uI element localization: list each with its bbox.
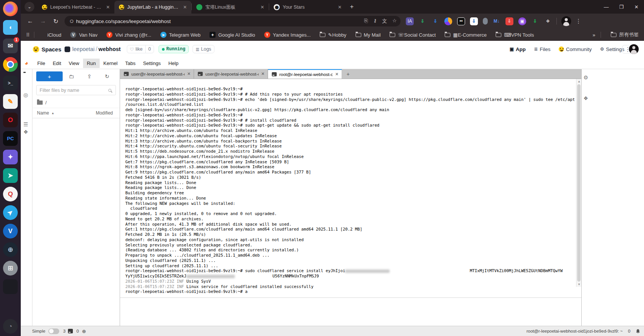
filter-files-box[interactable] — [36, 85, 116, 95]
menu-tabs[interactable]: Tabs — [121, 59, 139, 68]
bookmark-yandex-images[interactable]: YYandex Images... — [264, 32, 311, 38]
tab-close-icon[interactable]: ✕ — [337, 5, 342, 10]
bookmark-icloud[interactable]: iCloud — [39, 32, 62, 38]
back-icon[interactable]: ← — [24, 18, 37, 25]
bookmark-folder-social-contact[interactable]: ☏Social Contact — [390, 32, 436, 38]
menu-settings[interactable]: Settings — [139, 59, 165, 68]
like-button[interactable]: ♡ like — [127, 45, 146, 53]
tab-hertzbeat[interactable]: Leepoet's Hertzbeat - a H✕ — [37, 1, 114, 14]
terminal-tab-close-icon[interactable]: ✕ — [187, 71, 191, 76]
dock-mail[interactable]: ✉1 — [3, 39, 18, 53]
menu-file[interactable]: File — [34, 59, 49, 68]
simple-mode-toggle[interactable] — [48, 328, 59, 334]
tab-search-button[interactable]: ⌄ — [25, 2, 34, 12]
filter-files-input[interactable] — [40, 88, 108, 93]
dock-firefox[interactable] — [3, 2, 18, 16]
hf-user-avatar[interactable] — [629, 44, 639, 54]
property-inspector-tab-icon[interactable]: ⚙ — [583, 74, 588, 81]
bookmark-folder-hobby[interactable]: ✎Hobby — [320, 32, 346, 38]
tab-close-icon[interactable]: ✕ — [105, 5, 111, 10]
status-badge[interactable]: Running — [159, 45, 189, 53]
column-name[interactable]: Name — [37, 110, 49, 116]
menu-kernel[interactable]: Kernel — [100, 59, 122, 68]
site-info-icon[interactable]: ⛭ — [70, 19, 73, 24]
tab-jupyterlab[interactable]: JupyterLab - a Hugging F✕ — [114, 1, 191, 14]
dock-purple-app[interactable]: ✦ — [3, 150, 18, 164]
all-bookmarks-folder[interactable]: 所有书签 — [611, 31, 639, 38]
extension-manager-tab-icon[interactable]: ❖ — [23, 129, 28, 135]
browser-menu-icon[interactable]: ⋮ — [576, 18, 581, 25]
menu-run[interactable]: Run — [83, 59, 100, 68]
ext-blue-arrow[interactable]: ⇩ — [431, 17, 439, 25]
bookmark-telegram-web[interactable]: ➤Telegram Web — [160, 32, 201, 38]
profile-avatar[interactable] — [561, 16, 571, 26]
ext-markdown-download[interactable]: M↓ — [493, 17, 501, 25]
ext-red-downloader[interactable]: ⇩ — [505, 17, 513, 25]
dock-opera[interactable]: O — [3, 113, 18, 127]
add-terminal-tab-button[interactable]: + — [342, 69, 354, 79]
hf-nav-files[interactable]: ≣Files — [534, 46, 551, 52]
dock-v2ray[interactable]: V — [3, 224, 18, 238]
url-text[interactable]: huggingface.co/spaces/leepoetai/webhost — [76, 19, 359, 24]
close-button[interactable]: ✕ — [629, 4, 644, 10]
ext-color-wheel[interactable] — [444, 17, 452, 25]
scrollbar-thumb[interactable] — [577, 84, 581, 282]
dock-qq[interactable]: Q — [3, 187, 18, 201]
hf-nav-settings[interactable]: ⚙Settings — [600, 46, 624, 52]
hf-owner-link[interactable]: leepoetai — [72, 46, 95, 52]
reload-icon[interactable]: ↻ — [49, 18, 62, 25]
tab-close-icon[interactable]: ✕ — [260, 5, 265, 10]
bookmarks-overflow-icon[interactable]: » — [593, 32, 595, 38]
menu-view[interactable]: View — [65, 59, 83, 68]
notifications-count[interactable]: 0 — [628, 329, 630, 333]
dock-app-store[interactable]: ◖ — [3, 20, 18, 35]
terminal-tab-close-icon[interactable]: ✕ — [261, 71, 265, 76]
dock-media-app[interactable]: ➤ — [3, 168, 18, 183]
like-count[interactable]: 0 — [145, 45, 154, 53]
menu-edit[interactable]: Edit — [49, 59, 65, 68]
hf-nav-app[interactable]: ▣App — [510, 46, 526, 52]
tab-bt-panel[interactable]: 宝塔Linux面板✕ — [192, 1, 269, 14]
new-tab-button[interactable]: + — [350, 3, 354, 11]
ext-idm[interactable]: ⇩ — [470, 17, 478, 25]
extensions-puzzle-icon[interactable]: ❖ — [544, 17, 552, 25]
dock-globe[interactable]: ⊞ — [3, 261, 18, 276]
terminal-tab-2[interactable]: user@r-leepoetai-webhost-c✕ — [194, 69, 268, 79]
scroll-up-icon[interactable]: ▲ — [576, 80, 582, 83]
column-modified[interactable]: Modified — [96, 110, 113, 116]
terminals-count[interactable]: 3 — [63, 329, 65, 333]
terminal-context[interactable]: root@r-leepoetai-webhost-oid1jozi-be9ed-… — [527, 329, 623, 333]
bookmark-vivi-zhang[interactable]: YVivi zhang (@r... — [106, 32, 151, 38]
new-folder-icon[interactable]: 🗀 — [63, 73, 80, 79]
ext-green-down[interactable]: ⇩ — [531, 17, 539, 25]
new-launcher-button[interactable]: + — [36, 71, 63, 81]
bell-icon[interactable] — [636, 329, 640, 334]
table-of-contents-tab-icon[interactable]: ☰ — [23, 121, 28, 127]
terminal-tab-1[interactable]: user@r-leepoetai-webhost-c✕ — [120, 69, 194, 79]
password-key-icon[interactable]: ⚷ — [373, 18, 377, 25]
hf-brand[interactable]: Spaces — [42, 46, 62, 53]
menu-help[interactable]: Help — [165, 59, 182, 68]
terminal-scrollbar[interactable]: ▲ ▼ — [576, 79, 581, 287]
bookmark-folder-vpn-tools[interactable]: ⌨VPN Tools — [496, 32, 534, 38]
restore-button[interactable]: ❐ — [614, 4, 629, 10]
kernels-count[interactable]: 0 — [77, 329, 79, 333]
clipboard-icon[interactable]: ⎘ — [364, 18, 368, 25]
address-bar[interactable]: ⛭ huggingface.co/spaces/leepoetai/webhos… — [65, 16, 401, 26]
hf-repo-link[interactable]: webhost — [99, 46, 121, 52]
sort-arrow-icon[interactable]: ▲ — [51, 111, 54, 115]
dock-dark-app[interactable] — [3, 279, 18, 294]
dock-chrome[interactable] — [3, 57, 18, 72]
minimize-button[interactable]: — — [599, 4, 614, 10]
breadcrumb-root[interactable]: / — [45, 100, 47, 105]
dock-dark-browser[interactable]: ⊕ — [3, 242, 18, 257]
dock-terminal[interactable]: >_ — [3, 76, 18, 90]
running-sessions-tab-icon[interactable]: ◎ — [23, 92, 28, 98]
dock-pc-app[interactable]: PC — [3, 131, 18, 146]
ext-robot-eyes[interactable]: •• — [457, 17, 465, 25]
translate-icon[interactable]: 文 — [382, 18, 387, 25]
hf-owner-avatar[interactable] — [65, 46, 70, 52]
scroll-down-icon[interactable]: ▼ — [576, 283, 582, 286]
logs-button[interactable]: ≣ Logs — [193, 45, 214, 53]
ext-purple-app[interactable]: ▣ — [518, 17, 526, 25]
